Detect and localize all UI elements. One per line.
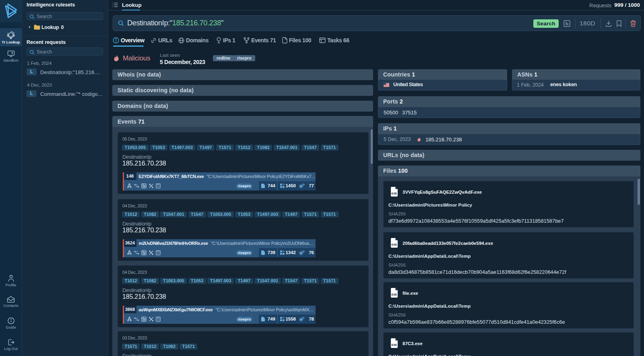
svg-text:EXE: EXE [391, 344, 397, 346]
svg-text:EXE: EXE [391, 293, 397, 296]
svg-text:EXE: EXE [391, 192, 397, 195]
svg-text:EXE: EXE [391, 243, 397, 246]
